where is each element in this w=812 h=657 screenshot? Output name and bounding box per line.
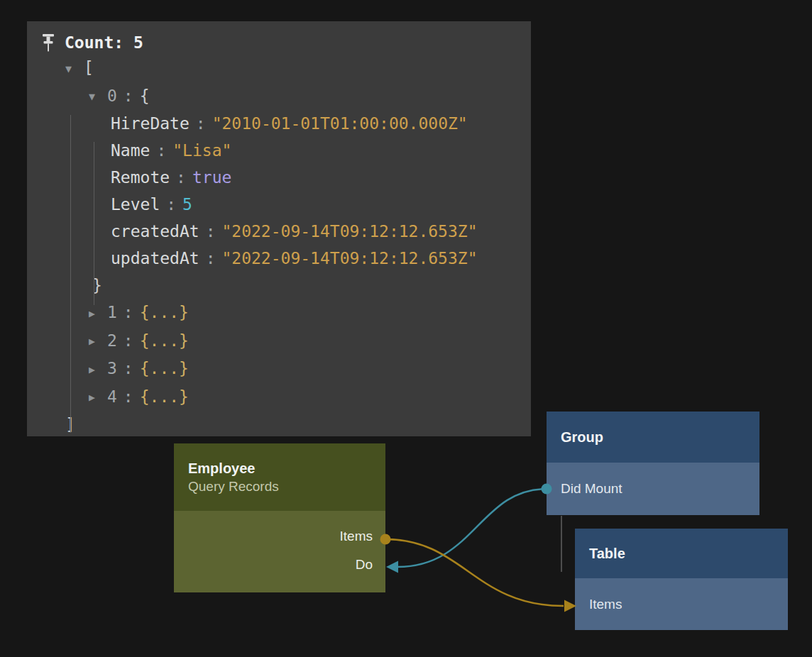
node-employee[interactable]: Employee Query Records Items Do <box>174 443 385 592</box>
port-items-input[interactable]: Items <box>575 578 788 630</box>
node-employee-header[interactable]: Employee Query Records <box>174 443 385 511</box>
tree-row-createdat: createdAt:"2022-09-14T09:12:12.653Z" <box>27 218 531 245</box>
pin-icon[interactable] <box>41 33 55 53</box>
node-group-header[interactable]: Group <box>547 412 759 463</box>
node-table-header[interactable]: Table <box>575 529 788 578</box>
tree-guide-line <box>70 115 71 433</box>
node-group[interactable]: Group Did Mount <box>547 412 759 515</box>
tree-row-item-3: ▶3:{...} <box>27 355 531 383</box>
tree-row-item-1: ▶1:{...} <box>27 299 531 327</box>
chevron-down-icon[interactable]: ▼ <box>65 55 84 82</box>
tree-row-level: Level:5 <box>27 191 531 218</box>
tree-row-name: Name:"Lisa" <box>27 137 531 164</box>
tree-value: { <box>140 87 150 105</box>
node-employee-body: Items Do <box>174 511 385 592</box>
tree-separator: : <box>124 87 133 105</box>
tree-value: "2022-09-14T09:12:12.653Z" <box>221 249 477 267</box>
chevron-right-icon[interactable]: ▶ <box>89 356 107 383</box>
tree-value: 5 <box>182 195 192 214</box>
tree-key: 1 <box>107 303 117 321</box>
tree-key: 4 <box>107 387 117 406</box>
tree-value: {...} <box>140 359 189 377</box>
arrowhead-do-icon <box>386 561 398 573</box>
inspector-header: Count: 5 <box>27 21 531 54</box>
tree-separator: : <box>206 222 216 241</box>
port-label: Items <box>340 529 373 544</box>
node-table-body: Items <box>575 578 788 630</box>
chevron-right-icon[interactable]: ▶ <box>89 384 107 411</box>
tree-row-object-close: } <box>27 272 531 299</box>
tree-row-hiredate: HireDate:"2010-01-01T01:00:00.000Z" <box>27 110 531 137</box>
tree-separator: : <box>124 359 133 377</box>
chevron-right-icon[interactable]: ▶ <box>89 300 107 327</box>
wire-items-to-items[interactable] <box>385 539 564 606</box>
node-group-body: Did Mount <box>547 463 759 515</box>
tree-key: 3 <box>107 359 117 377</box>
wire-didmount-to-do[interactable] <box>397 489 547 567</box>
tree-value: "2022-09-14T09:12:12.653Z" <box>221 222 477 241</box>
tree-separator: : <box>124 387 133 406</box>
debug-inspector-panel: Count: 5 ▼[ ▼0:{ HireDate:"2010-01-01T01… <box>27 21 531 436</box>
tree-key: Level <box>111 195 160 214</box>
tree-separator: : <box>166 195 176 214</box>
chevron-right-icon[interactable]: ▶ <box>89 328 107 355</box>
tree-value: "2010-01-01T01:00:00.000Z" <box>212 114 468 133</box>
chevron-down-icon[interactable]: ▼ <box>89 83 107 110</box>
tree-value: {...} <box>140 303 189 321</box>
tree-guide-line <box>94 142 94 305</box>
tree-value: [ <box>84 58 94 77</box>
tree-key: 2 <box>107 331 117 350</box>
node-subtitle: Query Records <box>188 479 385 495</box>
tree-value: {...} <box>140 387 189 406</box>
tree-separator: : <box>176 168 186 187</box>
node-title: Group <box>561 429 603 446</box>
inspector-title: Count: 5 <box>65 33 143 52</box>
tree-row-array-close: ] <box>27 411 531 438</box>
tree-key: HireDate <box>111 114 190 133</box>
port-did-mount-output[interactable]: Did Mount <box>547 463 759 515</box>
node-table[interactable]: Table Items <box>575 529 788 630</box>
tree-separator: : <box>124 331 133 350</box>
node-title: Employee <box>188 460 385 477</box>
tree-row-array-open: ▼[ <box>27 54 531 82</box>
tree-row-remote: Remote:true <box>27 164 531 191</box>
tree-row-item-2: ▶2:{...} <box>27 327 531 355</box>
node-title: Table <box>589 546 625 562</box>
port-label: Items <box>589 597 622 612</box>
tree-row-item-4: ▶4:{...} <box>27 383 531 412</box>
port-items-output[interactable]: Items <box>174 522 385 551</box>
tree-row-item-0: ▼0:{ <box>27 82 531 111</box>
tree-key: Name <box>111 141 150 160</box>
tree-separator: : <box>196 114 206 133</box>
tree-key: createdAt <box>111 222 199 241</box>
port-label: Did Mount <box>561 481 622 497</box>
tree-separator: : <box>206 249 216 267</box>
tree-value: true <box>192 168 231 187</box>
json-tree: ▼[ ▼0:{ HireDate:"2010-01-01T01:00:00.00… <box>27 54 531 438</box>
tree-value: "Lisa" <box>172 141 231 160</box>
tree-separator: : <box>156 141 166 160</box>
tree-separator: : <box>124 303 133 321</box>
tree-key: Remote <box>111 168 170 187</box>
tree-key: updatedAt <box>111 249 199 267</box>
tree-value: {...} <box>140 331 189 350</box>
port-label: Do <box>356 557 373 573</box>
tree-key: 0 <box>107 87 117 105</box>
port-do-input[interactable]: Do <box>174 551 385 579</box>
tree-row-updatedat: updatedAt:"2022-09-14T09:12:12.653Z" <box>27 245 531 272</box>
